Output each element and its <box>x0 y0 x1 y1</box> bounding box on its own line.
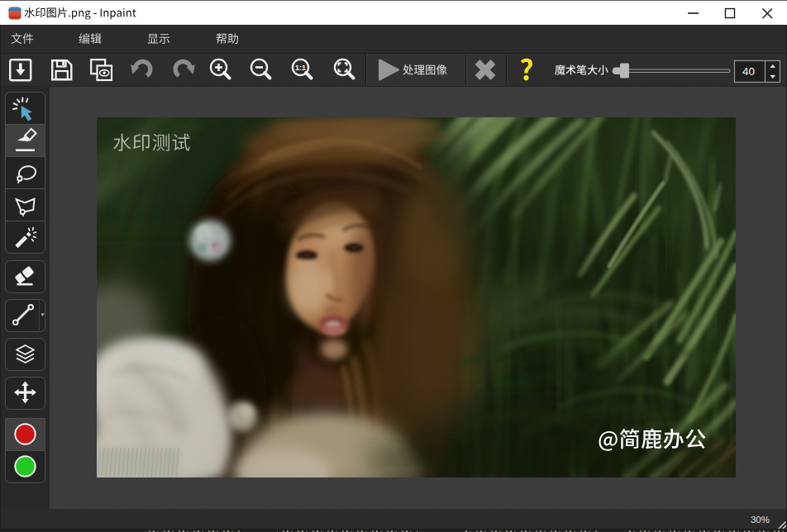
svg-text:40: 40 <box>742 65 755 78</box>
svg-text:1:1: 1:1 <box>295 64 306 72</box>
